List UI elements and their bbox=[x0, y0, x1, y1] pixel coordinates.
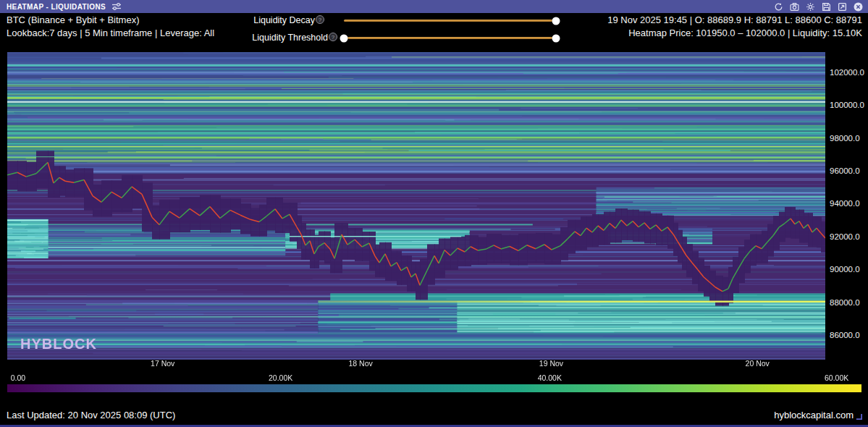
settings-icon[interactable] bbox=[806, 2, 815, 12]
slider-thumb[interactable] bbox=[552, 34, 560, 42]
heatmap-canvas[interactable] bbox=[7, 52, 825, 360]
hyblock-watermark: HYBLOCK bbox=[20, 336, 97, 352]
liquidity-decay-label: Liquidity Decay bbox=[253, 15, 315, 25]
date-tick-label: 18 Nov bbox=[349, 359, 373, 368]
date-tick-label: 17 Nov bbox=[151, 359, 174, 368]
colorbar-tick-label: 40.00K bbox=[538, 373, 562, 382]
hover-price-liquidity: Heatmap Price: 101950.0 – 102000.0 | Liq… bbox=[607, 27, 862, 40]
liquidity-threshold-slider-row: Liquidity Threshold ? bbox=[169, 33, 560, 43]
slider-thumb[interactable] bbox=[340, 34, 348, 42]
corner-bracket-icon bbox=[856, 413, 862, 420]
site-link-text[interactable]: hyblockcapital.com bbox=[774, 410, 854, 420]
liquidity-colorbar bbox=[7, 384, 861, 392]
colorbar-tick-label: 60.00K bbox=[825, 373, 848, 382]
titlebar: HEATMAP - LIQUIDATIONS bbox=[0, 0, 868, 13]
titlebar-icons bbox=[774, 2, 868, 12]
liquidity-threshold-label: Liquidity Threshold bbox=[252, 33, 328, 43]
date-tick-label: 19 Nov bbox=[539, 359, 563, 368]
slider-thumb[interactable] bbox=[552, 17, 560, 25]
date-axis: 17 Nov18 Nov19 Nov20 Nov bbox=[7, 359, 825, 369]
liquidation-heatmap-app: HEATMAP - LIQUIDATIONS bbox=[0, 0, 868, 427]
help-icon[interactable]: ? bbox=[316, 15, 324, 24]
candle-ohlc: 19 Nov 2025 19:45 | O: 88689.9 H: 88791 … bbox=[607, 14, 862, 27]
tab-heatmap-liquidations[interactable]: HEATMAP - LIQUIDATIONS bbox=[0, 0, 122, 13]
colorbar-tick-label: 20.00K bbox=[269, 373, 292, 382]
last-updated: Last Updated: 20 Nov 2025 08:09 (UTC) bbox=[7, 410, 175, 420]
price-tick-label: 96000.0 bbox=[830, 166, 860, 175]
price-axis: 102000.0100000.098000.096000.094000.0920… bbox=[830, 52, 868, 360]
price-tick-label: 92000.0 bbox=[830, 232, 860, 241]
filter-sliders-icon[interactable] bbox=[111, 2, 122, 11]
screenshot-icon[interactable] bbox=[790, 2, 799, 12]
price-tick-label: 102000.0 bbox=[830, 68, 864, 77]
price-tick-label: 100000.0 bbox=[830, 101, 864, 109]
save-icon[interactable] bbox=[822, 2, 831, 12]
tab-title: HEATMAP - LIQUIDATIONS bbox=[7, 3, 106, 11]
help-icon[interactable]: ? bbox=[329, 33, 337, 41]
price-tick-label: 98000.0 bbox=[830, 134, 860, 143]
close-icon[interactable] bbox=[854, 2, 863, 12]
colorbar-tick-label: 0.00 bbox=[11, 373, 25, 382]
infobar: BTC (Binance + Bybit + Bitmex) Lookback:… bbox=[0, 13, 868, 51]
colorbar-labels: 0.0020.00K40.00K60.00K bbox=[7, 373, 861, 383]
refresh-icon[interactable] bbox=[774, 2, 783, 12]
site-link[interactable]: hyblockcapital.com bbox=[774, 410, 862, 420]
liquidity-decay-slider-row: Liquidity Decay ? bbox=[169, 15, 560, 25]
ohlc-info: 19 Nov 2025 19:45 | O: 88689.9 H: 88791 … bbox=[607, 14, 862, 40]
date-tick-label: 20 Nov bbox=[746, 359, 770, 368]
price-tick-label: 94000.0 bbox=[830, 199, 860, 208]
price-tick-label: 90000.0 bbox=[830, 265, 860, 274]
liquidity-threshold-slider[interactable] bbox=[344, 37, 556, 39]
price-tick-label: 88000.0 bbox=[830, 298, 860, 307]
export-icon[interactable] bbox=[838, 2, 847, 12]
price-tick-label: 86000.0 bbox=[830, 331, 860, 339]
liquidity-decay-slider[interactable] bbox=[344, 20, 556, 22]
